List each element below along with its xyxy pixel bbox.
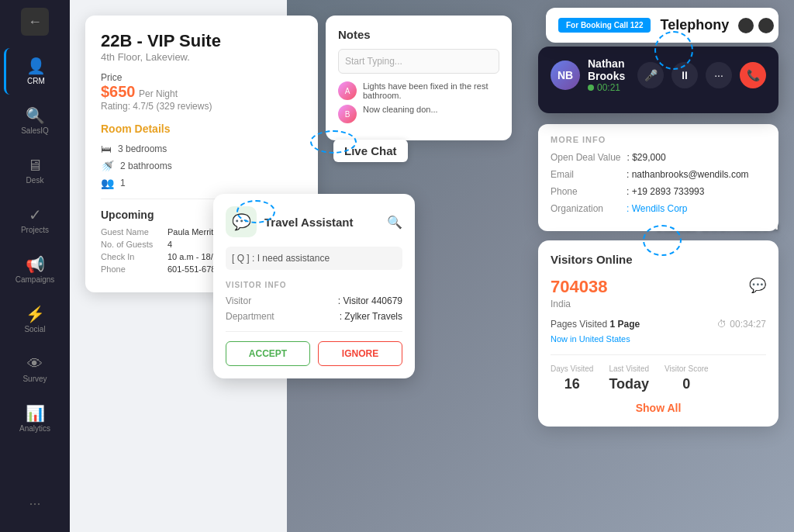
stats-row: Days Visited 16 Last Visited Today Visit… — [551, 354, 766, 392]
visitor-dept-row: Department : Zylker Travels — [226, 311, 402, 322]
room-details-title: Room Details — [101, 123, 302, 135]
travel-query: [ Q ] : I need assistance — [226, 247, 402, 270]
visitor-id-row: Visitor : Visitor 440679 — [226, 295, 402, 306]
travel-assistant-title: Travel Assistant — [264, 216, 354, 229]
call-status: 00:21 — [588, 82, 630, 93]
sidebar-item-desk[interactable]: 🖥 Desk — [4, 147, 66, 194]
notes-card: Notes Start Typing... A Lights have been… — [326, 16, 512, 140]
dot-2 — [758, 18, 774, 33]
survey-icon: 👁 — [27, 356, 43, 371]
notes-input[interactable]: Start Typing... — [338, 49, 499, 74]
desk-icon: 🖥 — [27, 157, 43, 173]
sidebar: ← 👤 CRM 🔍 SalesIQ 🖥 Desk ✓ Projects 📢 Ca… — [0, 0, 70, 532]
visitor-info-section: VISITOR INFO Visitor : Visitor 440679 De… — [226, 281, 402, 322]
avatar-1: A — [338, 81, 357, 100]
sidebar-item-crm[interactable]: 👤 CRM — [4, 48, 66, 95]
price-display: $650 Per Night — [101, 83, 302, 101]
pages-visited: Pages Visited 1 Page — [551, 319, 640, 330]
dot-1 — [738, 18, 754, 33]
call-time: 00:21 — [597, 82, 620, 93]
social-icon: ⚡ — [26, 306, 45, 322]
booking-badge: For Booking Call 122 — [558, 18, 651, 33]
visitor-info-section-title: VISITOR INFO — [226, 281, 402, 289]
sidebar-item-projects[interactable]: ✓ Projects — [4, 197, 66, 244]
sidebar-item-campaigns[interactable]: 📢 Campaigns — [4, 247, 66, 293]
sidebar-item-social[interactable]: ⚡ Social — [4, 296, 66, 343]
crm-row-org: Organization : Wendils Corp — [551, 203, 766, 214]
hotel-subtitle: 4th Floor, Lakeview. — [101, 51, 302, 63]
hotel-price: $650 — [101, 83, 136, 100]
notes-message-2: B Now cleaning don... — [338, 105, 499, 123]
notes-message-1: A Lights have been fixed in the rest bat… — [338, 81, 499, 100]
chat-icon[interactable]: 💬 — [749, 277, 766, 294]
now-in: Now in United States — [551, 334, 766, 344]
crm-section-label: MORE INFO — [551, 135, 766, 144]
back-button[interactable]: ← — [21, 8, 49, 36]
caller-name: Nathan Brooks — [588, 57, 630, 82]
price-unit: Per Night — [139, 88, 178, 99]
campaigns-icon: 📢 — [26, 257, 45, 272]
room-detail-bathrooms: 🚿 2 bathrooms — [101, 160, 302, 172]
show-all-button[interactable]: Show All — [551, 402, 766, 414]
call-card: NB Nathan Brooks 00:21 🎤 ⏸ ··· 📞 — [538, 47, 778, 113]
avatar-2: B — [338, 105, 357, 123]
visitor-id-display: 704038 — [551, 277, 607, 297]
caller-avatar: NB — [551, 60, 580, 90]
accept-button[interactable]: ACCEPT — [226, 341, 310, 366]
end-call-button[interactable]: 📞 — [740, 62, 766, 88]
more-button-call[interactable]: ··· — [706, 62, 732, 88]
salesiq-icon: 🔍 — [26, 108, 45, 123]
travel-header: 💬 Travel Assistant 🔍 — [226, 206, 402, 237]
crm-info-card: MORE INFO Open Deal Value : $29,000 Emai… — [538, 124, 778, 231]
crm-icon: 👤 — [26, 58, 46, 74]
visitors-online-card: Visitors Online 704038 India 💬 Pages Vis… — [538, 240, 778, 427]
projects-icon: ✓ — [29, 207, 42, 223]
status-dot — [588, 85, 594, 91]
stat-last-visited: Last Visited Today — [609, 364, 649, 392]
travel-actions: ACCEPT IGNORE — [226, 331, 402, 366]
more-button[interactable]: ... — [29, 492, 40, 524]
stat-visitor-score: Visitor Score 0 — [665, 364, 709, 392]
travel-search-icon[interactable]: 🔍 — [387, 215, 402, 230]
crm-row-email: Email : nathanbrooks@wendils.com — [551, 169, 766, 180]
crm-row-phone: Phone : +19 2893 733993 — [551, 186, 766, 197]
room-detail-bedrooms: 🛏 3 bedrooms — [101, 143, 302, 155]
pages-row: Pages Visited 1 Page ⏱ 00:34:27 — [551, 319, 766, 330]
telephony-dots — [738, 18, 774, 33]
mute-button[interactable]: 🎤 — [637, 62, 664, 88]
sidebar-item-salesiq[interactable]: 🔍 SalesIQ — [4, 98, 66, 144]
crm-row-deal: Open Deal Value : $29,000 — [551, 152, 766, 163]
live-chat-label: Live Chat — [333, 140, 408, 162]
room-detail-extra: 👥 1 — [101, 177, 302, 189]
sidebar-item-analytics[interactable]: 📊 Analytics — [4, 396, 66, 442]
stat-days: Days Visited 16 — [551, 364, 593, 392]
call-header: NB Nathan Brooks 00:21 🎤 ⏸ ··· 📞 — [551, 57, 766, 93]
telephony-label: Telephony — [660, 17, 729, 33]
hotel-title: 22B - VIP Suite — [101, 31, 302, 51]
telephony-card: For Booking Call 122 Telephony — [546, 8, 778, 43]
main-content: 22B - VIP Suite 4th Floor, Lakeview. Pri… — [70, 0, 794, 532]
price-label: Price — [101, 72, 302, 83]
visitors-online-title: Visitors Online — [551, 253, 766, 266]
call-controls: 🎤 ⏸ ··· 📞 — [637, 62, 766, 88]
time-on-site: ⏱ 00:34:27 — [717, 319, 766, 330]
travel-logo: 💬 — [226, 206, 257, 237]
hotel-rating: Rating: 4.7/5 (329 reviews) — [101, 101, 302, 112]
notes-title: Notes — [338, 28, 499, 41]
sidebar-item-survey[interactable]: 👁 Survey — [4, 346, 66, 392]
travel-assistant-card: 💬 Travel Assistant 🔍 [ Q ] : I need assi… — [213, 194, 415, 378]
visitor-country: India — [551, 299, 607, 309]
analytics-icon: 📊 — [26, 406, 45, 421]
pause-button[interactable]: ⏸ — [671, 62, 698, 88]
ignore-button[interactable]: IGNORE — [318, 341, 402, 366]
size-icon: 👥 — [101, 177, 114, 189]
bath-icon: 🚿 — [101, 160, 114, 172]
bed-icon: 🛏 — [101, 143, 112, 155]
